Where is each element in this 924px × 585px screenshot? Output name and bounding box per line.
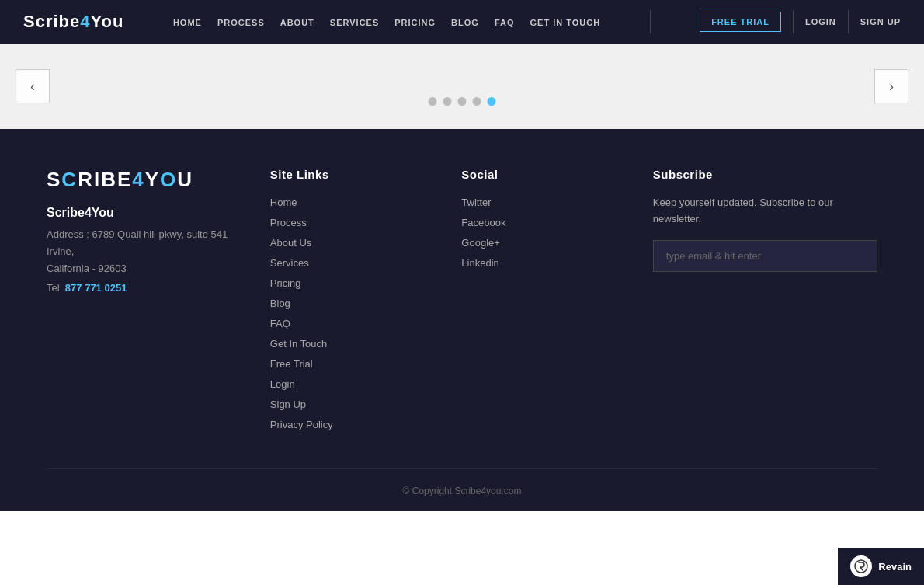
footer-bottom: © Copyright Scribe4you.com (47, 468, 877, 511)
social-twitter[interactable]: Twitter (461, 197, 491, 208)
site-link-contact[interactable]: Get In Touch (270, 338, 327, 350)
site-link-signup[interactable]: Sign Up (270, 399, 306, 410)
footer-logo: SCRIBE4YOU (47, 168, 239, 192)
nav-faq[interactable]: FAQ (495, 18, 515, 27)
navbar-logo: Scribe4You (23, 12, 123, 32)
slider-next-button[interactable]: › (874, 69, 908, 103)
footer-brand-col: SCRIBE4YOU Scribe4You Address : 6789 Qua… (47, 168, 239, 437)
subscribe-input[interactable] (653, 240, 877, 272)
slider-prev-button[interactable]: ‹ (16, 69, 50, 103)
nav-process[interactable]: PROCESS (217, 18, 265, 27)
nav-home[interactable]: HOME (173, 18, 202, 27)
brand-tel-number: 877 771 0251 (65, 282, 127, 294)
site-link-blog[interactable]: Blog (270, 298, 290, 309)
dot-5[interactable] (488, 97, 496, 106)
nav-pricing[interactable]: PRICING (394, 18, 436, 27)
nav-divider-2 (793, 10, 794, 33)
site-link-free-trial[interactable]: Free Trial (270, 358, 313, 370)
site-links-list: Home Process About Us Services Pricing B… (270, 195, 431, 431)
dot-1[interactable] (429, 97, 437, 106)
brand-address: Address : 6789 Quail hill pkwy, suite 54… (47, 226, 239, 277)
social-google[interactable]: Google+ (461, 237, 500, 249)
site-link-login[interactable]: Login (270, 378, 295, 390)
slider-dots (429, 97, 496, 106)
footer-social-col: Social Twitter Facebook Google+ Linkedin (461, 168, 622, 437)
nav-services[interactable]: SERVICES (330, 18, 379, 27)
nav-divider (650, 10, 651, 33)
slider-area: ‹ › (0, 44, 924, 129)
dot-4[interactable] (473, 97, 481, 106)
nav-about[interactable]: ABOUT (280, 18, 314, 27)
social-linkedin[interactable]: Linkedin (461, 257, 498, 269)
footer-logo-text: SCRIBE4YOU (47, 168, 193, 192)
dot-2[interactable] (443, 97, 452, 106)
footer-subscribe-col: Subscribe Keep yourself updated. Subscri… (653, 168, 877, 437)
nav-contact[interactable]: GET IN TOUCH (530, 18, 601, 27)
site-link-faq[interactable]: FAQ (270, 318, 290, 329)
signup-button[interactable]: SIGN UP (860, 17, 901, 26)
dot-3[interactable] (458, 97, 467, 106)
subscribe-heading: Subscribe (653, 168, 877, 181)
footer: SCRIBE4YOU Scribe4You Address : 6789 Qua… (0, 129, 924, 511)
copyright-text: © Copyright Scribe4you.com (403, 486, 522, 496)
free-trial-button[interactable]: FREE TRIAL (700, 12, 781, 32)
nav-cta: FREE TRIAL LOGIN SIGN UP (700, 10, 901, 33)
nav-blog[interactable]: BLOG (451, 18, 479, 27)
login-button[interactable]: LOGIN (805, 17, 836, 26)
social-facebook[interactable]: Facebook (461, 217, 505, 228)
social-heading: Social (461, 168, 622, 181)
site-link-pricing[interactable]: Pricing (270, 277, 301, 289)
site-link-about[interactable]: About Us (270, 237, 311, 249)
brand-tel: Tel 877 771 0251 (47, 282, 239, 294)
site-links-heading: Site Links (270, 168, 431, 181)
footer-site-links-col: Site Links Home Process About Us Service… (270, 168, 431, 437)
footer-top: SCRIBE4YOU Scribe4You Address : 6789 Qua… (47, 168, 877, 468)
brand-name: Scribe4You (47, 206, 239, 220)
site-link-services[interactable]: Services (270, 257, 309, 269)
site-link-home[interactable]: Home (270, 197, 297, 208)
subscribe-text: Keep yourself updated. Subscribe to our … (653, 195, 877, 228)
nav-links: HOME PROCESS ABOUT SERVICES PRICING BLOG… (173, 15, 600, 29)
nav-divider-3 (848, 10, 849, 33)
site-link-privacy[interactable]: Privacy Policy (270, 419, 333, 430)
navbar: Scribe4You HOME PROCESS ABOUT SERVICES P… (0, 0, 924, 44)
social-links-list: Twitter Facebook Google+ Linkedin (461, 195, 622, 270)
site-link-process[interactable]: Process (270, 217, 307, 228)
